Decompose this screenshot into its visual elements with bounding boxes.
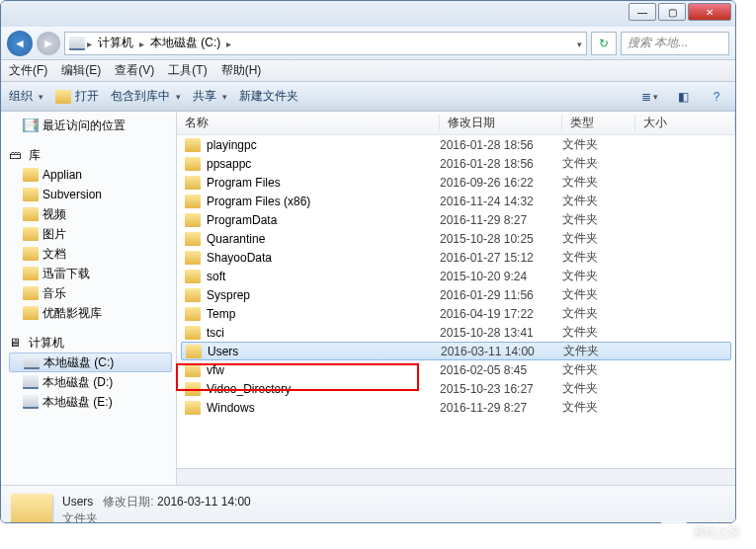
col-size[interactable]: 大小 — [635, 115, 735, 131]
folder-icon — [185, 307, 201, 321]
file-list[interactable]: playingpc2016-01-28 18:56文件夹ppsappc2016-… — [177, 135, 735, 468]
chevron-right-icon[interactable] — [87, 37, 92, 50]
disk-icon — [23, 375, 39, 389]
col-name[interactable]: 名称 — [177, 115, 440, 131]
menu-view[interactable]: 查看(V) — [115, 62, 154, 79]
menu-file[interactable]: 文件(F) — [9, 62, 47, 79]
file-name: playingpc — [207, 138, 257, 152]
sidebar-drive[interactable]: 本地磁盘 (C:) — [9, 353, 172, 372]
menu-tools[interactable]: 工具(T) — [168, 62, 207, 79]
sidebar-drive[interactable]: 本地磁盘 (E:) — [9, 392, 176, 412]
table-row[interactable]: Program Files2016-09-26 16:22文件夹 — [177, 173, 735, 192]
file-name: Quarantine — [207, 232, 265, 246]
help-button[interactable]: ? — [706, 88, 727, 106]
table-row[interactable]: ProgramData2016-11-29 8:27文件夹 — [177, 210, 735, 229]
refresh-button[interactable]: ↻ — [591, 32, 617, 55]
file-type: 文件夹 — [562, 193, 635, 209]
crumb-computer[interactable]: 计算机 — [94, 35, 137, 51]
maximize-button[interactable]: ▢ — [658, 3, 686, 21]
table-row[interactable]: Sysprep2016-01-29 11:56文件夹 — [177, 285, 735, 304]
table-row[interactable]: vfw2016-02-05 8:45文件夹 — [177, 360, 735, 379]
organize-button[interactable]: 组织 — [9, 88, 43, 105]
search-input[interactable]: 搜索 本地... — [621, 32, 729, 55]
menu-edit[interactable]: 编辑(E) — [61, 62, 101, 79]
table-row[interactable]: Video_Directory2015-10-23 16:27文件夹 — [177, 379, 735, 398]
folder-icon — [185, 288, 201, 302]
folder-icon — [185, 326, 201, 340]
include-library-button[interactable]: 包含到库中 — [111, 88, 181, 105]
crumb-drive-c[interactable]: 本地磁盘 (C:) — [146, 35, 224, 51]
file-date: 2016-02-05 8:45 — [440, 363, 562, 377]
recent-icon: 📑 — [23, 118, 39, 132]
sidebar[interactable]: 📑最近访问的位置 🗃库 ApplianSubversion视频图片文档迅雷下载音… — [1, 112, 177, 485]
sidebar-recent[interactable]: 📑最近访问的位置 — [9, 116, 176, 135]
table-row[interactable]: Users2016-03-11 14:00文件夹 — [181, 342, 731, 360]
minimize-button[interactable]: — — [629, 3, 656, 21]
details-pane: Users 修改日期: 2016-03-11 14:00 文件夹 — [1, 485, 735, 523]
folder-icon — [23, 306, 39, 320]
folder-icon — [23, 247, 39, 261]
explorer-window: — ▢ ✕ ◄ ► 计算机 本地磁盘 (C:) ↻ 搜索 本地... 文件(F)… — [0, 0, 736, 523]
details-name: Users — [62, 495, 93, 509]
file-date: 2016-01-28 18:56 — [440, 157, 562, 171]
sidebar-item[interactable]: 优酷影视库 — [9, 303, 176, 323]
view-options-button[interactable]: ≣ — [638, 88, 660, 106]
table-row[interactable]: ppsappc2016-01-28 18:56文件夹 — [177, 154, 735, 173]
sidebar-item[interactable]: 迅雷下载 — [9, 264, 176, 283]
folder-icon — [23, 188, 39, 201]
sidebar-item[interactable]: 视频 — [9, 204, 176, 224]
table-row[interactable]: soft2015-10-20 9:24文件夹 — [177, 267, 735, 285]
titlebar: — ▢ ✕ — [1, 1, 735, 27]
sidebar-item[interactable]: 音乐 — [9, 283, 176, 303]
new-folder-button[interactable]: 新建文件夹 — [239, 88, 298, 105]
close-button[interactable]: ✕ — [688, 3, 731, 21]
nav-forward-button[interactable]: ► — [37, 32, 60, 55]
share-button[interactable]: 共享 — [193, 88, 227, 105]
breadcrumb[interactable]: 计算机 本地磁盘 (C:) — [64, 32, 587, 55]
sidebar-item-label: 迅雷下载 — [42, 266, 90, 282]
sidebar-libraries[interactable]: 🗃库 — [9, 145, 176, 165]
sidebar-item[interactable]: Applian — [9, 165, 176, 185]
chevron-down-icon[interactable] — [575, 37, 582, 50]
sidebar-item-label: 视频 — [42, 206, 66, 223]
nav-back-button[interactable]: ◄ — [7, 31, 33, 56]
table-row[interactable]: Quarantine2015-10-28 10:25文件夹 — [177, 229, 735, 248]
table-row[interactable]: playingpc2016-01-28 18:56文件夹 — [177, 135, 735, 154]
file-type: 文件夹 — [562, 361, 635, 378]
col-type[interactable]: 类型 — [562, 115, 635, 131]
file-name: tsci — [207, 326, 224, 340]
details-date: 2016-03-11 14:00 — [157, 495, 251, 509]
folder-icon — [186, 345, 202, 358]
chevron-right-icon[interactable] — [139, 37, 144, 50]
file-name: Users — [208, 345, 238, 358]
table-row[interactable]: tsci2015-10-28 13:41文件夹 — [177, 323, 735, 342]
file-date: 2016-11-29 8:27 — [440, 401, 562, 415]
table-row[interactable]: Program Files (x86)2016-11-24 14:32文件夹 — [177, 192, 735, 210]
folder-icon — [23, 227, 39, 241]
file-date: 2016-09-26 16:22 — [440, 176, 562, 190]
sidebar-item[interactable]: 文档 — [9, 244, 176, 264]
file-type: 文件夹 — [562, 399, 635, 416]
sidebar-item[interactable]: 图片 — [9, 224, 176, 244]
file-name: Sysprep — [207, 288, 250, 302]
table-row[interactable]: ShayooData2016-01-27 15:12文件夹 — [177, 248, 735, 267]
sidebar-item[interactable]: Subversion — [9, 185, 176, 204]
open-button[interactable]: 打开 — [55, 88, 99, 105]
preview-pane-button[interactable]: ◧ — [672, 88, 694, 106]
folder-icon — [11, 494, 52, 524]
body: 📑最近访问的位置 🗃库 ApplianSubversion视频图片文档迅雷下载音… — [1, 112, 735, 485]
sidebar-computer[interactable]: 🖥计算机 — [9, 333, 176, 353]
file-type: 文件夹 — [562, 305, 635, 322]
menu-help[interactable]: 帮助(H) — [221, 62, 262, 79]
chevron-right-icon[interactable] — [226, 37, 231, 50]
file-type: 文件夹 — [562, 211, 635, 228]
horizontal-scrollbar[interactable] — [177, 468, 735, 485]
table-row[interactable]: Temp2016-04-19 17:22文件夹 — [177, 304, 735, 323]
table-row[interactable]: Windows2016-11-29 8:27文件夹 — [177, 398, 735, 417]
file-date: 2015-10-20 9:24 — [440, 270, 562, 283]
search-placeholder: 搜索 本地... — [628, 35, 688, 51]
file-date: 2016-01-29 11:56 — [440, 288, 562, 302]
sidebar-drive[interactable]: 本地磁盘 (D:) — [9, 372, 176, 392]
folder-icon — [185, 363, 201, 377]
col-date[interactable]: 修改日期 — [440, 115, 562, 131]
